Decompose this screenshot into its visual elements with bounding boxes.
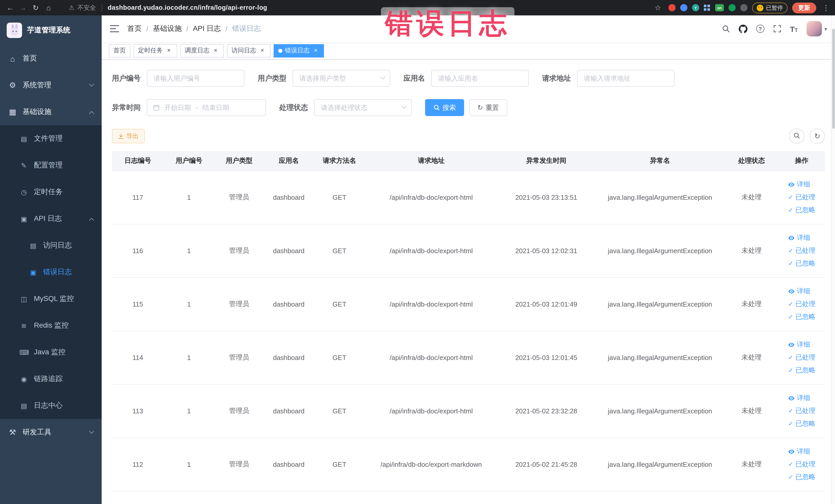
sidebar-item-mysql-monitor[interactable]: ◫ MySQL 监控 [0,285,102,312]
tab-schedule-log[interactable]: 调度日志 × [180,44,224,57]
detail-link[interactable]: 详细 [788,394,810,403]
detail-link[interactable]: 详细 [788,180,810,189]
sidebar-item-dev-tools[interactable]: ⚒ 研发工具 [0,419,102,446]
detail-link[interactable]: 详细 [788,447,810,456]
search-icon[interactable] [721,25,730,33]
close-icon[interactable]: × [312,47,319,54]
sidebar-item-tracing[interactable]: ◉ 链路追踪 [0,366,102,392]
detail-link[interactable]: 详细 [788,340,810,349]
sidebar-item-config-mgmt[interactable]: ✎ 配置管理 [0,152,102,179]
mark-ignored-link[interactable]: ✓已忽略 [788,366,815,375]
sidebar-item-home[interactable]: ⌂ 首页 [0,45,102,72]
search-button-label: 搜索 [443,103,456,112]
app-name-input[interactable] [431,70,529,87]
mark-processed-link[interactable]: ✓已处理 [788,406,815,416]
browser-forward-button[interactable]: → [17,2,29,14]
filter-row-2: 异常时间 开始日期 - 结束日期 处理状态 请选 [112,99,825,116]
sidebar-item-error-log[interactable]: ▣ 错误日志 [0,259,102,285]
browser-menu-icon[interactable]: ⋮ [821,4,831,12]
tab-home[interactable]: 首页 [109,44,130,57]
sidebar-item-scheduled-jobs[interactable]: ◷ 定时任务 [0,179,102,205]
search-button[interactable]: 搜索 [425,99,464,116]
sidebar-item-label: 研发工具 [23,428,51,437]
sidebar-item-infrastructure[interactable]: ▦ 基础设施 [0,99,102,125]
github-icon[interactable] [738,24,747,33]
sidebar-item-api-log[interactable]: ▣ API 日志 [0,205,102,232]
extension-icon-blue-drop[interactable] [680,4,687,11]
mark-processed-link[interactable]: ✓已处理 [788,299,815,309]
bookmark-star-icon[interactable]: ☆ [652,2,664,14]
sidebar-item-log-center[interactable]: ▤ 日志中心 [0,392,102,419]
sidebar-item-system-mgmt[interactable]: ⚙ 系统管理 [0,72,102,99]
sidebar-item-java-monitor[interactable]: ⌨ Java 监控 [0,339,102,366]
extension-icon-grid[interactable] [704,4,711,11]
request-url-input[interactable] [577,70,675,87]
sidebar-toggle-button[interactable] [110,25,119,33]
sidebar-item-label: 文件管理 [34,134,63,143]
mark-ignored-link[interactable]: ✓已忽略 [788,259,815,268]
detail-link[interactable]: 详细 [788,233,810,242]
cell-user-id: 1 [163,170,214,224]
refresh-table-button[interactable]: ↻ [810,128,825,144]
browser-back-button[interactable]: ← [4,2,16,14]
browser-update-button[interactable]: 更新 [792,2,816,13]
extension-icon-dark[interactable] [740,4,748,11]
font-size-icon[interactable]: T T [790,25,798,33]
sidebar-item-label: 错误日志 [43,267,72,277]
scrollbar-thumb[interactable] [832,29,835,129]
tab-error-log[interactable]: 错误日志 × [273,44,324,57]
extension-icon-teal[interactable]: Y [692,4,699,11]
mark-ignored-link[interactable]: ✓已忽略 [788,472,815,482]
mark-processed-link[interactable]: ✓已处理 [788,246,815,255]
mark-processed-link[interactable]: ✓已处理 [788,353,815,362]
app-logo[interactable]: 芋道管理系统 [0,15,102,45]
close-icon[interactable]: × [212,47,219,54]
extension-icon-red[interactable] [668,4,676,11]
close-icon[interactable]: × [165,47,172,54]
browser-reload-button[interactable]: ↻ [30,2,42,14]
toggle-search-button[interactable] [789,128,805,144]
breadcrumb-item-api-log[interactable]: API 日志 [193,24,221,33]
user-menu[interactable]: ▾ [807,21,827,37]
table-row[interactable]: 113 1 管理员 dashboard GET /api/infra/db-do… [112,384,825,438]
tab-scheduled-jobs[interactable]: 定时任务 × [134,44,177,57]
sidebar-item-file-mgmt[interactable]: ▤ 文件管理 [0,125,102,152]
process-status-label: 处理状态 [279,103,308,112]
filter-buttons: 搜索 ↻ 重置 [425,99,507,116]
breadcrumb-item-home[interactable]: 首页 [127,24,142,33]
tab-label: 定时任务 [138,46,163,55]
table-row[interactable]: 114 1 管理员 dashboard GET /api/infra/db-do… [112,331,825,384]
browser-home-button[interactable]: ⌂ [43,2,55,14]
mark-ignored-link[interactable]: ✓已忽略 [788,205,815,215]
extension-icon-on[interactable]: on [715,4,724,11]
close-icon[interactable]: × [259,47,266,54]
reset-button[interactable]: ↻ 重置 [469,99,507,116]
cell-log-id: 113 [112,384,163,438]
process-status-select[interactable]: 请选择处理状态 [314,99,412,116]
sidebar-item-redis-monitor[interactable]: ≋ Redis 监控 [0,312,102,339]
address-bar[interactable]: dashboard.yudao.iocoder.cn/infra/log/api… [108,4,267,11]
export-button[interactable]: 导出 [112,129,145,143]
mark-processed-link[interactable]: ✓已处理 [788,193,815,202]
site-security-indicator[interactable]: ⚠ 不安全 [69,3,96,12]
table-row[interactable]: 117 1 管理员 dashboard GET /api/infra/db-do… [112,170,825,224]
table-row[interactable]: 112 1 管理员 dashboard GET /api/infra/db-do… [112,438,825,491]
mark-ignored-link[interactable]: ✓已忽略 [788,419,815,428]
mark-processed-link[interactable]: ✓已处理 [788,460,815,469]
sidebar-item-access-log[interactable]: ▤ 访问日志 [0,232,102,259]
table-row[interactable]: 116 1 管理员 dashboard GET /api/infra/db-do… [112,224,825,277]
date-range-picker[interactable]: 开始日期 - 结束日期 [147,99,266,116]
table-row[interactable]: 115 1 管理员 dashboard GET /api/infra/db-do… [112,277,825,331]
breadcrumb-item-infrastructure[interactable]: 基础设施 [153,24,182,33]
avatar [807,21,822,37]
paused-badge[interactable]: 已暂停 [752,2,788,13]
help-icon[interactable]: ? [756,25,764,33]
tab-access-log[interactable]: 访问日志 × [227,44,270,57]
fullscreen-icon[interactable] [773,25,781,33]
user-type-select[interactable]: 请选择用户类型 [292,70,390,87]
detail-link[interactable]: 详细 [788,286,810,296]
chrome-divider [102,4,102,11]
extension-icon-green[interactable] [729,4,736,11]
user-id-input[interactable] [147,70,244,87]
mark-ignored-link[interactable]: ✓已忽略 [788,312,815,321]
